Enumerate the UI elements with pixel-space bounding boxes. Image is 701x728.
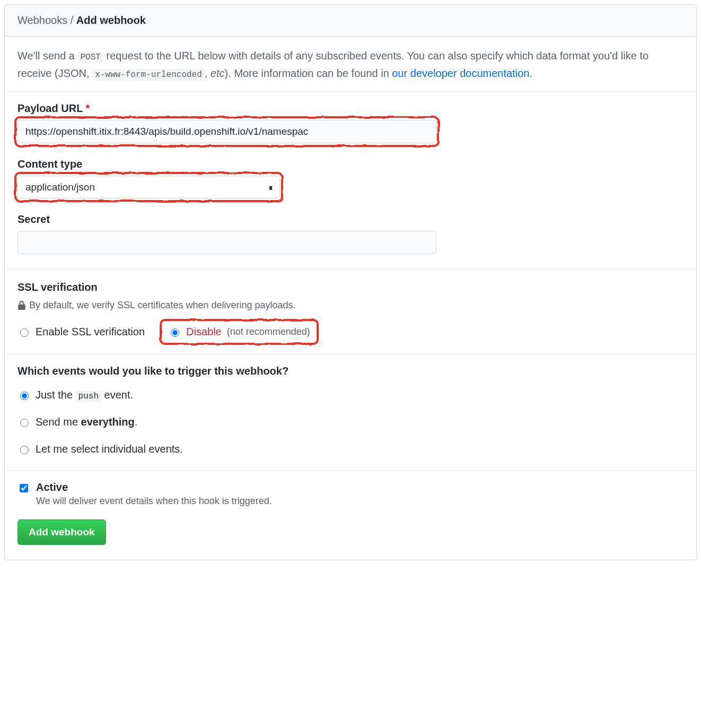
ssl-section: SSL verification By default, we verify S… bbox=[5, 271, 696, 354]
ssl-heading: SSL verification bbox=[17, 281, 684, 293]
intro-text: We'll send a POST request to the URL bel… bbox=[5, 37, 696, 92]
add-webhook-panel: Webhooks / Add webhook We'll send a POST… bbox=[4, 4, 697, 560]
required-asterisk: * bbox=[86, 102, 90, 114]
lock-icon bbox=[17, 301, 26, 310]
event-option-push[interactable]: Just the push event. bbox=[17, 389, 684, 401]
content-type-highlight: application/json ▴▾ bbox=[17, 176, 280, 198]
breadcrumb-current: Add webhook bbox=[76, 14, 146, 26]
event-push-radio[interactable] bbox=[20, 392, 29, 400]
payload-url-input[interactable] bbox=[17, 120, 436, 143]
event-select-radio[interactable] bbox=[20, 446, 29, 454]
content-type-select[interactable]: application/json bbox=[17, 176, 280, 198]
active-checkbox[interactable] bbox=[20, 484, 28, 492]
ssl-enable-option[interactable]: Enable SSL verification bbox=[17, 326, 145, 338]
active-title: Active bbox=[36, 481, 272, 493]
payload-url-highlight bbox=[17, 120, 436, 143]
form-section-main: Payload URL * Content type application/j… bbox=[5, 92, 696, 271]
active-desc: We will deliver event details when this … bbox=[36, 496, 272, 507]
event-everything-radio[interactable] bbox=[20, 419, 29, 427]
ssl-enable-radio[interactable] bbox=[20, 328, 29, 337]
ssl-note: By default, we verify SSL certificates w… bbox=[17, 300, 684, 311]
ssl-disable-highlight: Disable (not recommended) bbox=[163, 323, 316, 341]
breadcrumb-root[interactable]: Webhooks bbox=[17, 14, 67, 26]
events-section: Which events would you like to trigger t… bbox=[5, 354, 696, 471]
breadcrumb-sep: / bbox=[67, 14, 76, 26]
content-type-label: Content type bbox=[17, 158, 684, 170]
event-option-everything[interactable]: Send me everything. bbox=[17, 416, 684, 428]
developer-docs-link[interactable]: our developer documentation bbox=[392, 67, 529, 79]
payload-url-label: Payload URL * bbox=[17, 102, 684, 115]
secret-input[interactable] bbox=[17, 231, 436, 254]
add-webhook-button[interactable]: Add webhook bbox=[17, 519, 106, 545]
events-heading: Which events would you like to trigger t… bbox=[17, 365, 684, 377]
active-section: Active We will deliver event details whe… bbox=[5, 471, 696, 560]
event-option-select[interactable]: Let me select individual events. bbox=[17, 443, 684, 455]
post-code: POST bbox=[78, 51, 103, 63]
ssl-disable-radio[interactable] bbox=[171, 328, 179, 337]
secret-label: Secret bbox=[17, 213, 684, 226]
urlencoded-code: x-www-form-urlencoded bbox=[92, 69, 205, 81]
ssl-disable-option[interactable]: Disable (not recommended) bbox=[168, 326, 310, 338]
breadcrumb: Webhooks / Add webhook bbox=[5, 5, 696, 37]
